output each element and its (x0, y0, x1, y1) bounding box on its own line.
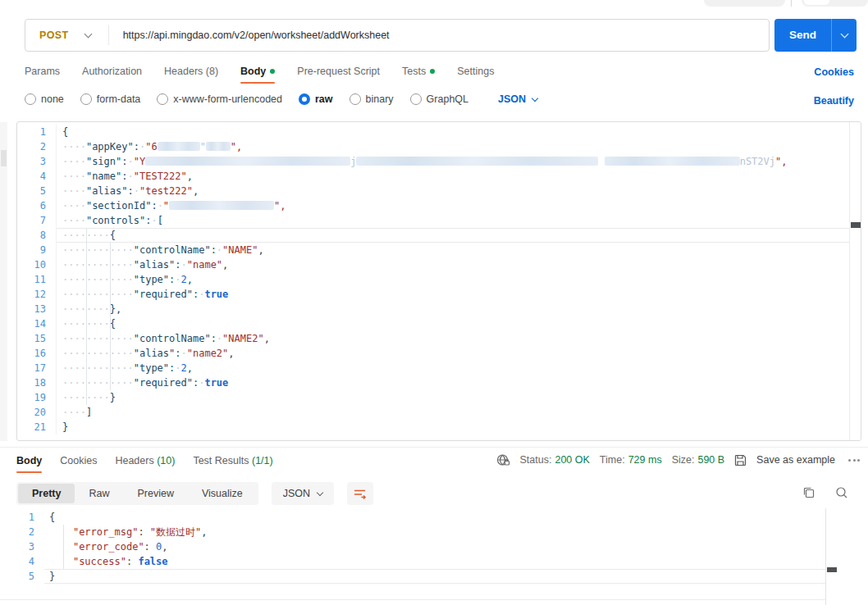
url-input[interactable]: https://api.mingdao.com/v2/open/workshee… (123, 30, 390, 41)
time-badge[interactable]: Time:729 ms (600, 454, 662, 466)
send-options-button[interactable] (831, 19, 857, 52)
radio-binary[interactable]: binary (349, 93, 394, 105)
radio-x-www-form-urlencoded[interactable]: x-www-form-urlencoded (157, 93, 282, 105)
request-url-bar: POST https://api.mingdao.com/v2/open/wor… (25, 19, 770, 52)
code-line[interactable]: 6····"sectionId":·"", (17, 198, 849, 213)
beautify-link[interactable]: Beautify (814, 95, 854, 107)
code-line[interactable]: 13········}, (17, 302, 849, 316)
radio-form-data[interactable]: form-data (80, 93, 141, 105)
tab-params[interactable]: Params (25, 66, 60, 77)
code-line[interactable]: 5} (16, 569, 825, 584)
code-line[interactable]: 1{ (17, 125, 849, 139)
search-response-button[interactable] (835, 486, 848, 503)
code-line[interactable]: 11············"type":·2, (17, 272, 849, 287)
code-line-content: ····] (57, 405, 849, 420)
tab-pre-request-script[interactable]: Pre-request Script (297, 66, 380, 77)
view-tab-visualize[interactable]: Visualize (188, 484, 257, 503)
request-response-divider[interactable] (0, 447, 868, 448)
radio-icon (349, 93, 361, 105)
radio-none[interactable]: none (25, 93, 64, 105)
code-line[interactable]: 18············"required":·true (17, 375, 849, 390)
radio-graphql[interactable]: GraphQL (410, 93, 468, 105)
editor-left-gutter-strip[interactable] (0, 122, 7, 441)
send-button[interactable]: Send (774, 19, 857, 52)
chevron-down-icon (317, 489, 323, 496)
response-language-select[interactable]: JSON (272, 482, 334, 505)
code-line[interactable]: 2 "error_msg": "数据过时", (16, 525, 825, 539)
response-tabs: Body Cookies Headers (10) Test Results (… (16, 455, 273, 466)
code-line[interactable]: 15············"controlName":·"NAME2", (17, 331, 849, 346)
body-type-selector: none form-data x-www-form-urlencoded raw… (25, 93, 537, 105)
globe-lock-icon (496, 453, 510, 466)
code-line[interactable]: 12············"required":·true (17, 287, 849, 302)
code-line-content: ····"sign":·"Yj nST2Vj", (57, 154, 849, 169)
code-line-content: ············"controlName":·"NAME", (57, 243, 849, 257)
radio-icon (157, 93, 168, 105)
line-number: 1 (16, 510, 44, 525)
line-number: 17 (17, 361, 57, 375)
view-tab-pretty[interactable]: Pretty (18, 484, 75, 503)
radio-icon (25, 93, 36, 105)
status-badge[interactable]: Status:200 OK (520, 454, 590, 466)
tab-headers[interactable]: Headers (8) (164, 66, 218, 77)
tab-authorization[interactable]: Authorization (82, 66, 142, 77)
size-badge[interactable]: Size:590 B (672, 454, 724, 466)
scrollbar-thumb[interactable] (827, 567, 837, 572)
response-body-code[interactable]: 1{2 "error_msg": "数据过时",3 "error_code": … (16, 510, 825, 584)
view-tab-raw[interactable]: Raw (75, 484, 123, 503)
raw-language-select[interactable]: JSON (498, 93, 537, 105)
line-number: 10 (17, 257, 57, 272)
code-line-content: ········}, (57, 302, 849, 316)
code-line[interactable]: 7····"controls":·[ (17, 213, 849, 228)
code-line[interactable]: 19········} (17, 390, 849, 405)
code-line-content: "error_msg": "数据过时", (44, 525, 825, 539)
response-tab-cookies[interactable]: Cookies (60, 455, 97, 466)
tab-tests[interactable]: Tests (402, 66, 435, 77)
code-line[interactable]: 5····"alias":·"test222", (17, 184, 849, 198)
search-icon (835, 486, 848, 499)
code-line-content: ····"alias":·"test222", (57, 184, 849, 198)
send-button-label[interactable]: Send (774, 19, 831, 52)
code-line[interactable]: 3 "error_code": 0, (16, 539, 825, 554)
more-options-icon[interactable] (848, 459, 860, 462)
line-number: 7 (17, 213, 57, 228)
code-line[interactable]: 2····"appKey":·"6"", (17, 139, 849, 154)
code-line[interactable]: 3····"sign":·"Yj nST2Vj", (17, 154, 849, 169)
wrap-text-button[interactable] (347, 482, 373, 505)
view-mode-segmented-control: Pretty Raw Preview Visualize (16, 482, 258, 505)
code-line[interactable]: 8········{ (17, 228, 849, 243)
method-select[interactable]: POST (39, 30, 69, 41)
chevron-down-icon[interactable] (84, 30, 92, 38)
code-line[interactable]: 20····] (17, 405, 849, 420)
code-line[interactable]: 9············"controlName":·"NAME", (17, 243, 849, 257)
top-toolbar-fragment (704, 0, 785, 7)
radio-raw[interactable]: raw (299, 93, 333, 105)
code-line-content: "success": false (44, 554, 825, 569)
tab-settings[interactable]: Settings (457, 66, 494, 77)
response-scrollbar[interactable] (825, 508, 837, 605)
code-line[interactable]: 21} (17, 420, 849, 434)
cookies-link[interactable]: Cookies (814, 66, 854, 78)
code-line[interactable]: 10············"alias":·"name", (17, 257, 849, 272)
code-line[interactable]: 4····"name":·"TEST222", (17, 169, 849, 184)
code-line[interactable]: 17············"type":·2, (17, 361, 849, 375)
code-line-content: ····"controls":·[ (57, 213, 849, 228)
save-as-example-button[interactable]: Save as example (756, 454, 835, 466)
redacted-value (206, 142, 231, 151)
code-line[interactable]: 1{ (16, 510, 825, 525)
code-line[interactable]: 14········{ (17, 316, 849, 331)
response-tab-headers[interactable]: Headers (10) (115, 455, 175, 466)
request-editor-scrollbar[interactable] (849, 122, 861, 440)
code-line[interactable]: 16············"alias":·"name2", (17, 346, 849, 361)
request-body-editor[interactable]: 1{2····"appKey":·"6"",3····"sign":·"Yj n… (16, 121, 861, 441)
code-line[interactable]: 4 "success": false (16, 554, 825, 569)
scrollbar-thumb[interactable] (851, 222, 861, 228)
copy-response-button[interactable] (802, 486, 815, 503)
tab-body[interactable]: Body (240, 66, 275, 77)
view-tab-preview[interactable]: Preview (123, 484, 187, 503)
line-number: 13 (17, 302, 57, 316)
request-body-code[interactable]: 1{2····"appKey":·"6"",3····"sign":·"Yj n… (17, 125, 849, 434)
response-tab-body[interactable]: Body (16, 455, 42, 466)
radio-icon (410, 93, 422, 105)
response-tab-test-results[interactable]: Test Results (1/1) (193, 455, 272, 466)
